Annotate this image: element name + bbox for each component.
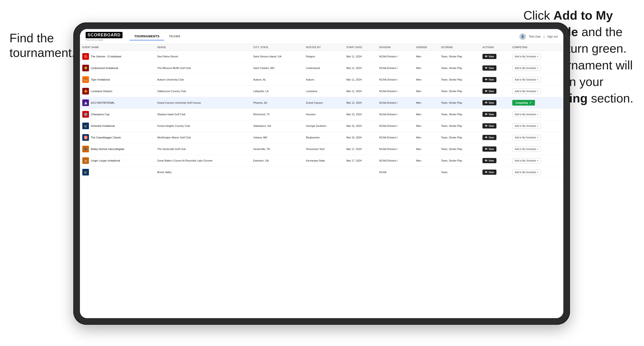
add-to-schedule-button[interactable]: Add to My Schedule + — [512, 65, 541, 71]
add-to-schedule-button[interactable]: Add to My Schedule + — [512, 112, 541, 117]
add-to-schedule-button[interactable]: Add to My Schedule + — [512, 147, 541, 152]
scoring-cell: Team, Stroke Play — [439, 85, 480, 97]
start-date-cell: Mar 15, 2024 — [344, 120, 377, 132]
add-to-schedule-button[interactable]: Add to My Schedule + — [512, 54, 541, 59]
team-logo: 🦅 — [82, 123, 89, 129]
venue-cell: Oakbourne Country Club — [155, 85, 251, 97]
city-state-cell: Lafayette, LA — [251, 85, 304, 97]
view-button[interactable]: 👁 View — [482, 112, 496, 117]
view-button[interactable]: 👁 View — [482, 100, 496, 105]
hosted-by-cell: Louisiana — [304, 85, 344, 97]
view-button[interactable]: 👁 View — [482, 158, 496, 163]
division-cell: NCAA Division I — [377, 51, 414, 62]
tab-teams[interactable]: TEAMS — [164, 33, 185, 40]
sign-out-link[interactable]: Sign out — [547, 35, 558, 38]
hosted-by-cell: Auburn — [304, 74, 344, 85]
table-container[interactable]: EVENT NAME VENUE CITY, STATE HOSTED BY S… — [80, 44, 563, 318]
add-to-schedule-button[interactable]: Add to My Schedule + — [512, 89, 541, 94]
venue-cell: The Sevierville Golf Club — [155, 143, 251, 155]
tablet-screen: SCOREBOARD Powered by clippd TOURNAMENTS… — [80, 29, 563, 318]
team-logo: 🦁 — [82, 65, 89, 71]
tournaments-table: EVENT NAME VENUE CITY, STATE HOSTED BY S… — [80, 44, 563, 178]
scoring-cell: Team, Stroke Play — [439, 155, 480, 167]
team-logo: 🐯 — [82, 76, 89, 83]
plus-icon: + — [537, 90, 538, 93]
competing-cell: Competing ✓ — [510, 97, 563, 109]
team-logo: 🏔️ — [82, 99, 89, 106]
plus-icon: + — [537, 67, 538, 69]
plus-icon: + — [537, 148, 538, 151]
add-to-schedule-button[interactable]: Add to My Schedule + — [512, 123, 541, 129]
event-name-cell: 🦅 Schenkel Invitational — [80, 120, 155, 132]
eye-icon: 👁 — [485, 113, 488, 116]
start-date-cell: Mar 13, 2024 — [344, 109, 377, 120]
division-cell: NCAA Division I — [377, 143, 414, 155]
team-logo: ⚜️ — [82, 88, 89, 94]
city-state-cell: Saint Charles, MO — [251, 62, 304, 74]
view-button[interactable]: 👁 View — [482, 54, 496, 59]
division-cell: NCAA Division I — [377, 132, 414, 143]
division-cell: NCAA Division I — [377, 120, 414, 132]
gender-cell — [414, 167, 439, 178]
competing-cell: Add to My Schedule + — [510, 155, 563, 167]
team-logo: 🅱️ — [82, 134, 89, 141]
division-cell: NCAA Division I — [377, 62, 414, 74]
start-date-cell: Mar 17, 2024 — [344, 143, 377, 155]
actions-cell: 👁 View — [480, 97, 510, 109]
event-name-text: GCU INVITATIONAL — [91, 101, 115, 104]
eye-icon: 👁 — [485, 78, 488, 81]
add-to-schedule-button[interactable]: Add to My Schedule + — [512, 77, 541, 82]
plus-icon: + — [537, 113, 538, 116]
table-row: ⚜️ Louisiana Classics Oakbourne Country … — [80, 85, 563, 97]
add-to-schedule-button[interactable]: Add to My Schedule + — [512, 158, 541, 164]
actions-cell: 👁 View — [480, 109, 510, 120]
city-state-cell — [251, 167, 304, 178]
table-row: 🦉 Linger Longer Invitational Great Water… — [80, 155, 563, 167]
eye-icon: 👁 — [485, 125, 488, 127]
event-name-text: Tiger Invitational — [91, 78, 110, 81]
user-name: Test User — [529, 35, 541, 38]
gender-cell: Men — [414, 62, 439, 74]
eye-icon: 👁 — [485, 159, 488, 162]
actions-cell: 👁 View — [480, 74, 510, 85]
view-button[interactable]: 👁 View — [482, 147, 496, 152]
competing-cell: Add to My Schedule + — [510, 62, 563, 74]
view-button[interactable]: 👁 View — [482, 89, 496, 94]
division-cell: NCAA Division I — [377, 85, 414, 97]
view-button[interactable]: 👁 View — [482, 135, 496, 140]
table-row: ⚙️ Champions Cup Shadow Hawk Golf ClubRi… — [80, 109, 563, 120]
table-header-row: EVENT NAME VENUE CITY, STATE HOSTED BY S… — [80, 44, 563, 51]
scoring-cell: Team, Stroke Play — [439, 51, 480, 62]
gender-cell: Men — [414, 51, 439, 62]
logo-area: SCOREBOARD Powered by clippd — [86, 32, 122, 41]
start-date-cell — [344, 167, 377, 178]
city-state-cell: Urbana, MD — [251, 132, 304, 143]
eye-icon: 👁 — [485, 67, 488, 69]
col-division: DIVISION — [377, 44, 414, 51]
eye-icon: 👁 — [485, 101, 488, 104]
competing-cell: Add to My Schedule + — [510, 85, 563, 97]
add-to-schedule-button[interactable]: Add to My Schedule + — [512, 135, 541, 140]
competing-cell: Add to My Schedule + — [510, 74, 563, 85]
view-button[interactable]: 👁 View — [482, 123, 496, 129]
add-to-schedule-button[interactable]: Add to My Schedule + — [512, 170, 541, 175]
team-logo: 🦬 — [82, 146, 89, 152]
logo-sub: Powered by clippd — [86, 39, 103, 41]
event-name-cell: 🏔️ GCU INVITATIONAL — [80, 97, 155, 109]
app-header: SCOREBOARD Powered by clippd TOURNAMENTS… — [80, 29, 563, 44]
tab-tournaments[interactable]: TOURNAMENTS — [130, 33, 164, 40]
tablet-frame: SCOREBOARD Powered by clippd TOURNAMENTS… — [73, 22, 570, 325]
competing-button[interactable]: Competing ✓ — [512, 100, 535, 106]
team-logo: 🦉 — [82, 157, 89, 164]
view-button[interactable]: 👁 View — [482, 77, 496, 82]
venue-cell: Sea Palms Resort — [155, 51, 251, 62]
col-gender: GENDER — [414, 44, 439, 51]
table-row: 🦁 Lindenwood Invitational The Missouri B… — [80, 62, 563, 74]
eye-icon: 👁 — [485, 90, 488, 93]
event-name-cell: 🦉 Linger Longer Invitational — [80, 155, 155, 167]
event-name-text: Champions Cup — [91, 113, 110, 116]
view-button[interactable]: 👁 View — [482, 170, 496, 175]
view-button[interactable]: 👁 View — [482, 65, 496, 71]
col-venue: VENUE — [155, 44, 251, 51]
plus-icon: + — [537, 160, 538, 162]
